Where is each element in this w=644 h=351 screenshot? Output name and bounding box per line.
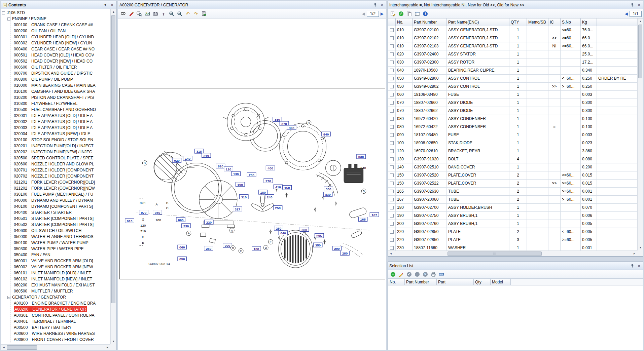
row-checkbox[interactable]: [390, 165, 394, 169]
part-callout[interactable]: 165: [358, 217, 367, 222]
pin-icon[interactable]: [630, 263, 635, 269]
tree-item[interactable]: 020003IDLE APPARATUS [OLD] / IDLE A: [1, 125, 110, 131]
row-checkbox[interactable]: [390, 77, 394, 80]
photo-icon[interactable]: [144, 10, 151, 17]
tree-item[interactable]: 020702NOZZLE HOLDER [COMPONENT: [1, 173, 110, 179]
scroll-left-arrow[interactable]: ◄: [388, 251, 394, 257]
part-callout[interactable]: 380: [273, 117, 282, 121]
table-row[interactable]: 04016970-10560BEARING,REAR CLIPRE.10.340: [388, 66, 638, 74]
part-callout[interactable]: 250: [274, 226, 283, 230]
tree-item[interactable]: 000502HEAD COVER [NEW] / HEAD CO: [1, 58, 110, 64]
tree-item[interactable]: 020500SPEED CONTROL PLATE / SPEE: [1, 155, 110, 161]
tree-item[interactable]: 060500MUFFLER / MUFFLER: [1, 288, 110, 294]
tree-item[interactable]: A00100ENGINE BRACKET / ENGINE BRA: [1, 300, 110, 306]
part-callout[interactable]: 295: [315, 233, 324, 238]
row-checkbox[interactable]: [390, 61, 394, 64]
tree-item[interactable]: 021202FORK LEVER (GOVERNOR)[NEW: [1, 185, 110, 191]
page-indicator[interactable]: 1/2: [367, 11, 379, 17]
tree-item[interactable]: 020002IDLE APPARATUS [OLD] / IDLE A: [1, 119, 110, 125]
info-icon[interactable]: i: [422, 10, 429, 17]
table-row[interactable]: 220G3907-02850PLATE2<=60...0.005: [388, 228, 638, 236]
tree-item[interactable]: A00800FRONT COVER / FRONT COVER: [1, 337, 110, 343]
table-row[interactable]: 010G3907-02100ASSY GENERATOR,J-STD1<=60.…: [388, 26, 638, 34]
table-row[interactable]: 030G3907-02300ASSY ROTOR117.2...: [388, 58, 638, 66]
tree-item[interactable]: 050300WATER PIPE / WATER PIPE: [1, 246, 110, 252]
part-callout[interactable]: 130: [231, 171, 241, 176]
selection-column-header[interactable]: Part Number: [405, 279, 437, 285]
part-callout[interactable]: 370: [280, 121, 289, 126]
camera-icon[interactable]: [152, 10, 159, 17]
tree-item[interactable]: 000400GEAR CASE / GEAR CASE ## NO: [1, 46, 110, 52]
tree-item[interactable]: 000600OIL FILTER / OIL FILTER: [1, 64, 110, 70]
tree-item[interactable]: 040000DYNAMO AND PULLEY / DYNAM: [1, 197, 110, 203]
part-callout[interactable]: 220: [204, 220, 213, 224]
remove-icon[interactable]: −: [414, 271, 421, 278]
part-callout[interactable]: 090: [176, 218, 185, 222]
part-callout[interactable]: 030: [357, 154, 366, 159]
markup-pen-icon[interactable]: [128, 10, 135, 17]
table-row[interactable]: 09018107-03480FUSE10.003: [388, 131, 638, 139]
selection-column-header[interactable]: Model: [491, 279, 511, 285]
part-callout[interactable]: 360: [300, 227, 309, 232]
delete-icon[interactable]: ×: [422, 271, 429, 278]
row-checkbox[interactable]: [390, 206, 394, 209]
row-checkbox[interactable]: [390, 182, 394, 185]
zoom-out-icon[interactable]: [176, 10, 183, 17]
text-icon[interactable]: T: [160, 10, 167, 17]
pin-icon[interactable]: [630, 2, 635, 8]
close-icon[interactable]: ×: [379, 2, 385, 8]
add-icon[interactable]: +: [389, 271, 397, 278]
window-icon[interactable]: [414, 10, 421, 17]
row-checkbox[interactable]: [390, 133, 394, 137]
table-row[interactable]: 12016970-02610BRACKET, REAR13.860: [388, 147, 638, 155]
tree-item[interactable]: 020004IDLE APPARATUS [NEW] / IDLE: [1, 131, 110, 137]
close-icon[interactable]: ×: [636, 2, 642, 8]
table-row[interactable]: 190G3907-02750ASSY BRUSH,110.006: [388, 211, 638, 220]
part-callout[interactable]: 010: [125, 219, 134, 223]
tree-item[interactable]: 000700DIPSTICK AND GUIDE / DIPSTIC: [1, 70, 110, 76]
part-callout[interactable]: 318: [194, 149, 204, 153]
table-row[interactable]: 180G3907-02700ASSY HOLDER,BRUSH10.070: [388, 203, 638, 211]
tree-expander[interactable]: −: [7, 17, 10, 21]
tree-item[interactable]: 060200EXHAUST MANIFOLD / EXHAUST: [1, 282, 110, 288]
tree-item[interactable]: 040100DYNAMO [COMPONENT PARTS]: [1, 203, 110, 209]
tree-section[interactable]: −ENGINE / ENGINE: [1, 16, 110, 22]
part-callout[interactable]: 350: [313, 243, 322, 247]
row-checkbox[interactable]: [390, 85, 394, 88]
export-icon[interactable]: [200, 10, 208, 17]
next-page-arrow[interactable]: ▶: [380, 11, 385, 16]
table-row[interactable]: 020G3907-02400ASSY STATOR125.0...: [388, 50, 638, 58]
scroll-right-arrow[interactable]: ►: [632, 251, 637, 257]
scroll-right-arrow[interactable]: ►: [105, 345, 110, 350]
tree-item[interactable]: 010100CAMSHAFT AND IDLE GEAR SHA: [1, 88, 110, 94]
redo-icon[interactable]: ↷: [192, 10, 200, 17]
table-row[interactable]: 010G3907-02102ASSY GENERATOR,J-STD1>>>=6…: [388, 34, 638, 42]
part-callout[interactable]: 330: [324, 187, 333, 191]
part-callout[interactable]: 310: [240, 195, 249, 199]
part-callout[interactable]: 200: [247, 172, 256, 177]
tree-item[interactable]: 020001IDLE APPARATUS [OLD] / IDLE A: [1, 113, 110, 119]
close-icon[interactable]: ×: [636, 263, 642, 269]
table-row[interactable]: 050G3949-02800ASSY CONTROL1<=60...0.250O…: [388, 74, 638, 82]
tree-item[interactable]: 000100CRANK CASE / CRANK CASE ##: [1, 22, 110, 28]
tree-item[interactable]: 050100WATER PUMP / WATER PUMP: [1, 240, 110, 246]
part-callout[interactable]: 250: [204, 246, 213, 250]
row-checkbox[interactable]: [390, 69, 394, 72]
confirm-icon[interactable]: ✓: [405, 271, 413, 278]
row-checkbox[interactable]: [390, 52, 394, 56]
tree-item[interactable]: 050000WATER FLANGE AND THERMOS: [1, 234, 110, 240]
tree-item[interactable]: 010500FUEL CAMSHAFT AND GOVERNO: [1, 107, 110, 113]
tree-item[interactable]: 060101INLET MANIFOLD [OLD] / INLET: [1, 270, 110, 276]
scroll-down-arrow[interactable]: ▼: [638, 245, 643, 250]
tree-item[interactable]: 040600OIL SWITCH / OIL SWITCH: [1, 228, 110, 234]
zoom-area-icon[interactable]: [136, 10, 143, 17]
row-checkbox[interactable]: [390, 246, 394, 250]
parts-horizontal-scrollbar[interactable]: ◄ ►: [388, 250, 637, 256]
page-indicator[interactable]: 1/1: [630, 11, 642, 17]
table-row[interactable]: 23018807-11660WASHER10.001: [388, 244, 638, 250]
zoom-in-icon[interactable]: [168, 10, 175, 17]
part-callout[interactable]: 060: [178, 245, 187, 249]
apply-check-icon[interactable]: ✓: [397, 10, 405, 17]
tree-item[interactable]: 060102INLET MANIFOLD [NEW] / INLET: [1, 276, 110, 282]
print-icon[interactable]: [430, 271, 437, 278]
